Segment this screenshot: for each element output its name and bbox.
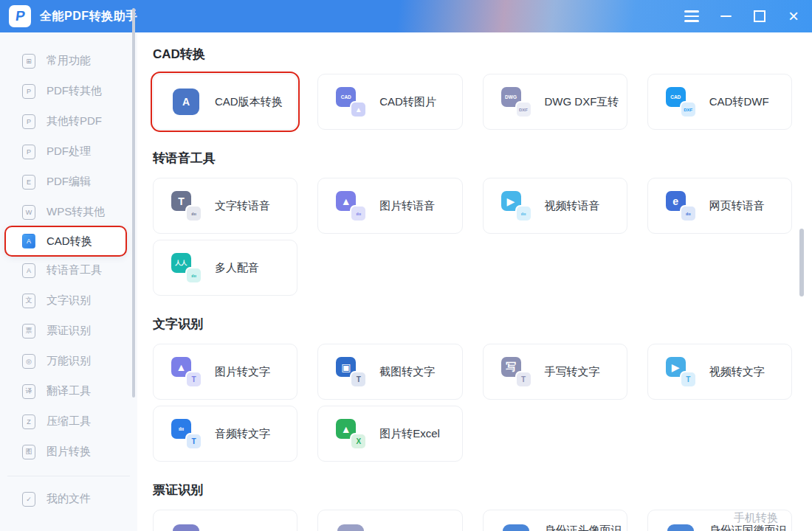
sidebar-item-pdf-to-other[interactable]: P PDF转其他 <box>6 76 125 106</box>
sidebar-item-label: 文字识别 <box>47 294 91 308</box>
card-image-to-excel[interactable]: ▲ X 图片转Excel <box>317 406 462 462</box>
cad-icon: A <box>22 234 35 249</box>
other-to-pdf-icon: P <box>22 114 35 129</box>
feature-label: 图片转Excel <box>379 427 440 441</box>
logo-p-icon: P <box>14 8 26 24</box>
card-text-to-speech[interactable]: T ılıı 文字转语音 <box>153 178 297 234</box>
speech-icon: A <box>22 263 35 278</box>
sidebar-item-other-to-pdf[interactable]: P 其他转PDF <box>6 106 125 136</box>
feature-icon: CAD DXF <box>664 86 697 118</box>
sidebar-item-label: 常用功能 <box>47 54 91 68</box>
sidebar-item-pdf-process[interactable]: P PDF处理 <box>6 136 125 167</box>
feature-icon-sub: T <box>681 372 695 386</box>
sidebar-item-pdf-edit[interactable]: E PDF编辑 <box>6 167 125 197</box>
card-screenshot-to-text[interactable]: ▣ T 截图转文字 <box>317 344 462 400</box>
feature-icon-sub: T <box>517 372 531 386</box>
feature-icon: ▲ ılıı <box>334 190 367 222</box>
feature-icon: ▶ T <box>664 355 697 388</box>
feature-label: 身份证头像面识别 <box>545 524 627 531</box>
close-icon: × <box>788 9 799 24</box>
feature-label: 网页转语音 <box>709 199 765 213</box>
sidebar-item-image-convert[interactable]: 图 图片转换 <box>6 437 125 467</box>
feature-icon-sub: ılıı <box>187 268 201 282</box>
feature-label: 图片转语音 <box>379 199 435 213</box>
section-title: CAD转换 <box>153 46 792 63</box>
card-web-to-speech[interactable]: e ılıı 网页转语音 <box>647 178 792 234</box>
feature-icon: e ılıı <box>664 190 697 222</box>
sidebar-item-text-ocr[interactable]: 文 文字识别 <box>6 285 125 316</box>
feature-icon: ▤ <box>500 521 532 531</box>
sidebar-scrollbar-thumb[interactable] <box>132 8 135 398</box>
card-handwriting-to-text[interactable]: 写 T 手写转文字 <box>483 344 627 400</box>
feature-icon-main: A <box>173 88 199 115</box>
pdf-to-other-icon: P <box>22 84 35 99</box>
feature-icon: ▤ <box>334 521 367 531</box>
card-vat-invoice-ocr[interactable]: 增 增值税发票识别 <box>153 510 297 531</box>
feature-icon: 写 T <box>500 355 532 388</box>
pdf-edit-icon: E <box>22 175 35 190</box>
sidebar-item-label: 转语音工具 <box>47 263 102 277</box>
wps-icon: W <box>22 205 35 220</box>
feature-label: 视频转语音 <box>545 199 600 213</box>
feature-label: CAD转DWF <box>709 95 769 109</box>
feature-icon: DWG DXF <box>500 86 532 118</box>
sidebar-item-invoice-ocr[interactable]: 票 票证识别 <box>6 316 125 346</box>
minimize-button[interactable] <box>718 8 734 24</box>
feature-icon: ▲ X <box>334 417 367 450</box>
feature-icon-main: ▤ <box>667 524 694 531</box>
feature-icon-main: ▤ <box>503 524 529 531</box>
card-audio-to-text[interactable]: ılıı T 音频转文字 <box>153 406 297 462</box>
card-cad-to-image[interactable]: CAD ▲ CAD转图片 <box>317 74 462 130</box>
card-idcard-portrait-ocr[interactable]: ▤ 身份证头像面识别 <box>483 510 627 531</box>
feature-icon: ▤ <box>664 521 697 531</box>
sidebar-item-label: 图片转换 <box>47 445 91 459</box>
sidebar-item-label: 票证识别 <box>47 324 91 338</box>
card-cad-to-dwf[interactable]: CAD DXF CAD转DWF <box>647 74 792 130</box>
sidebar-item-to-speech-tools[interactable]: A 转语音工具 <box>6 255 125 285</box>
feature-label: 视频转文字 <box>709 365 765 379</box>
translate-icon: 译 <box>22 384 35 399</box>
feature-icon-sub: ▲ <box>351 103 365 117</box>
sidebar-item-universal-ocr[interactable]: ◎ 万能识别 <box>6 346 125 376</box>
sidebar-item-label: WPS转其他 <box>47 205 105 219</box>
zip-icon: Z <box>22 414 35 429</box>
main-content: CAD转换 A CAD版本转换 CAD ▲ <box>137 32 812 531</box>
card-video-to-speech[interactable]: ▶ ılıı 视频转语音 <box>483 178 627 234</box>
card-cad-version-convert[interactable]: A CAD版本转换 <box>153 74 297 130</box>
feature-icon: ılıı T <box>170 417 202 450</box>
card-multi-voice-dubbing[interactable]: 人人 ılıı 多人配音 <box>153 240 297 296</box>
feature-label: DWG DXF互转 <box>545 95 619 109</box>
sidebar-item-wps-to-other[interactable]: W WPS转其他 <box>6 197 125 227</box>
feature-label: 多人配音 <box>215 261 259 275</box>
maximize-button[interactable] <box>751 8 768 24</box>
feature-icon: CAD ▲ <box>334 86 367 118</box>
card-image-to-speech[interactable]: ▲ ılıı 图片转语音 <box>317 178 462 234</box>
minimize-icon <box>720 15 732 17</box>
card-video-to-text[interactable]: ▶ T 视频转文字 <box>647 344 792 400</box>
feature-icon: T ılıı <box>170 190 202 222</box>
feature-label: 截图转文字 <box>379 365 435 379</box>
close-button[interactable]: × <box>785 8 802 24</box>
title-bar: P 全能PDF转换助手 × <box>0 0 812 32</box>
feature-icon-sub: ılıı <box>187 206 201 221</box>
sidebar-item-cad-convert[interactable]: A CAD转换 <box>6 227 125 255</box>
card-quota-invoice-ocr[interactable]: ▤ 定额发票识别 <box>317 510 462 531</box>
main-scrollbar-thumb[interactable] <box>799 229 804 296</box>
feature-icon-sub: DXF <box>517 103 531 117</box>
card-dwg-dxf-convert[interactable]: DWG DXF DWG DXF互转 <box>483 74 627 130</box>
sidebar-item-label: PDF编辑 <box>47 175 91 189</box>
sidebar-item-my-files[interactable]: ✓ 我的文件 <box>6 484 125 514</box>
sidebar-item-compress-tools[interactable]: Z 压缩工具 <box>6 406 125 437</box>
sidebar-item-common-functions[interactable]: ⊞ 常用功能 <box>6 46 125 76</box>
card-grid: A CAD版本转换 CAD ▲ CAD转图片 <box>153 74 792 130</box>
universal-ocr-icon: ◎ <box>22 354 35 369</box>
card-image-to-text[interactable]: ▲ T 图片转文字 <box>153 344 297 400</box>
text-ocr-icon: 文 <box>22 294 35 308</box>
feature-label: 手写转文字 <box>545 365 600 379</box>
menu-icon[interactable] <box>684 8 700 24</box>
section-to-speech-tools: 转语音工具 T ılıı 文字转语音 ▲ ılıı <box>153 150 792 296</box>
sidebar-item-translate-tools[interactable]: 译 翻译工具 <box>6 376 125 406</box>
section-invoice-ocr: 票证识别 增 增值税发票识别 ▤ <box>153 482 792 531</box>
section-text-ocr: 文字识别 ▲ T 图片转文字 ▣ T <box>153 316 792 462</box>
sidebar-item-label: 其他转PDF <box>47 114 102 128</box>
